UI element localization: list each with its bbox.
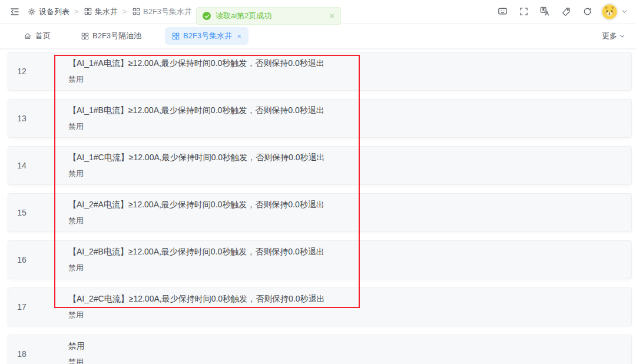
breadcrumb-label: 集水井 (95, 6, 118, 17)
tab-home[interactable]: 首页 (16, 27, 58, 45)
breadcrumb-item-sump[interactable]: 集水井 (83, 6, 118, 17)
header-actions (496, 4, 628, 19)
rules-list: 12 【AI_1#A电流】≥12.00A,最少保持时间0.0秒触发，否则保持0.… (0, 49, 636, 364)
rule-status: 禁用 (68, 121, 324, 132)
grid-icon (131, 7, 141, 16)
breadcrumb-separator: > (122, 8, 127, 16)
rule-status: 禁用 (68, 263, 324, 273)
tab-close-icon[interactable]: × (237, 32, 241, 40)
breadcrumb-label: B2F3号集水井 (143, 6, 192, 17)
rule-index: 15 (8, 208, 35, 217)
avatar (602, 4, 617, 19)
rule-status: 禁用 (68, 310, 325, 320)
more-tabs-button[interactable]: 更多 (602, 31, 625, 41)
success-toast: 读取ai第2页成功 × (196, 7, 341, 25)
rule-text: 【AI_1#B电流】≥12.00A,最少保持时间0.0秒触发，否则保持0.0秒退… (68, 105, 324, 116)
tab-label: B2F3号隔油池 (92, 31, 141, 41)
rule-text: 禁用 (68, 341, 85, 352)
rule-body: 【AI_1#C电流】≥12.00A,最少保持时间0.0秒触发，否则保持0.0秒退… (68, 153, 325, 179)
rule-index: 12 (8, 67, 35, 76)
rule-row[interactable]: 18 禁用 禁用 (8, 335, 632, 364)
rule-text: 【AI_2#A电流】≥12.00A,最少保持时间0.0秒触发，否则保持0.0秒退… (68, 200, 324, 210)
rule-text: 【AI_1#C电流】≥12.00A,最少保持时间0.0秒触发，否则保持0.0秒退… (68, 153, 325, 163)
language-icon[interactable] (538, 5, 551, 18)
rule-body: 【AI_1#A电流】≥12.00A,最少保持时间0.0秒触发，否则保持0.0秒退… (68, 58, 324, 85)
rule-row[interactable]: 14 【AI_1#C电流】≥12.00A,最少保持时间0.0秒触发，否则保持0.… (8, 146, 632, 185)
refresh-icon[interactable] (581, 5, 594, 18)
rule-status: 禁用 (68, 216, 324, 226)
fullscreen-icon[interactable] (517, 5, 530, 18)
rule-status: 禁用 (68, 168, 325, 179)
rule-body: 【AI_1#B电流】≥12.00A,最少保持时间0.0秒触发，否则保持0.0秒退… (68, 105, 324, 132)
collapse-sidebar-icon[interactable] (8, 5, 21, 18)
breadcrumb-item-b2f3-sump[interactable]: B2F3号集水井 (131, 6, 192, 17)
rule-text: 【AI_2#B电流】≥12.00A,最少保持时间0.0秒触发，否则保持0.0秒退… (68, 247, 324, 257)
breadcrumb: 设备列表 > 集水井 > (27, 6, 192, 17)
rule-index: 13 (8, 114, 35, 123)
breadcrumb-separator: > (74, 8, 78, 16)
toast-message: 读取ai第2页成功 (216, 11, 325, 21)
rule-body: 【AI_2#B电流】≥12.00A,最少保持时间0.0秒触发，否则保持0.0秒退… (68, 247, 324, 273)
rule-index: 16 (8, 255, 35, 264)
header-left-group: 设备列表 > 集水井 > (8, 5, 192, 18)
rule-text: 【AI_2#C电流】≥12.00A,最少保持时间0.0秒触发，否则保持0.0秒退… (68, 294, 325, 305)
grid-icon (172, 32, 180, 40)
rule-status: 禁用 (68, 74, 324, 85)
grid-icon (83, 7, 92, 16)
chevron-down-icon (621, 5, 628, 18)
rule-index: 14 (8, 161, 35, 170)
chevron-down-icon (619, 33, 625, 39)
check-circle-icon (203, 12, 211, 20)
rule-index: 18 (8, 349, 35, 359)
rule-row[interactable]: 13 【AI_1#B电流】≥12.00A,最少保持时间0.0秒触发，否则保持0.… (8, 99, 632, 138)
tab-b2f3-sump-active[interactable]: B2F3号集水井 × (165, 27, 249, 45)
rule-row[interactable]: 15 【AI_2#A电流】≥12.00A,最少保持时间0.0秒触发，否则保持0.… (8, 193, 632, 232)
tag-icon[interactable] (559, 5, 572, 18)
user-menu[interactable] (602, 4, 628, 19)
rule-body: 【AI_2#A电流】≥12.00A,最少保持时间0.0秒触发，否则保持0.0秒退… (68, 200, 324, 226)
breadcrumb-label: 设备列表 (39, 6, 69, 17)
rule-row[interactable]: 17 【AI_2#C电流】≥12.00A,最少保持时间0.0秒触发，否则保持0.… (8, 287, 632, 326)
rule-index: 17 (8, 302, 35, 312)
rule-row[interactable]: 12 【AI_1#A电流】≥12.00A,最少保持时间0.0秒触发，否则保持0.… (8, 52, 632, 91)
tab-bar: 首页 B2F3号隔油池 B2F3号集水井 × 更多 (0, 24, 636, 49)
rule-body: 【AI_2#C电流】≥12.00A,最少保持时间0.0秒触发，否则保持0.0秒退… (68, 294, 325, 320)
rule-body: 禁用 禁用 (68, 341, 85, 364)
screen-lock-icon[interactable] (496, 5, 509, 18)
home-icon (24, 32, 32, 40)
gear-icon (27, 7, 37, 16)
toast-close-icon[interactable]: × (330, 12, 334, 20)
rule-text: 【AI_1#A电流】≥12.00A,最少保持时间0.0秒触发，否则保持0.0秒退… (68, 58, 324, 69)
breadcrumb-item-device-list[interactable]: 设备列表 (27, 6, 69, 17)
more-label: 更多 (602, 31, 617, 41)
tab-b2f3-grease-trap[interactable]: B2F3号隔油池 (74, 27, 148, 45)
grid-icon (81, 32, 89, 40)
rule-status: 禁用 (68, 357, 85, 364)
tab-label: B2F3号集水井 (183, 31, 232, 41)
rule-row[interactable]: 16 【AI_2#B电流】≥12.00A,最少保持时间0.0秒触发，否则保持0.… (8, 240, 632, 279)
tab-label: 首页 (35, 31, 51, 41)
